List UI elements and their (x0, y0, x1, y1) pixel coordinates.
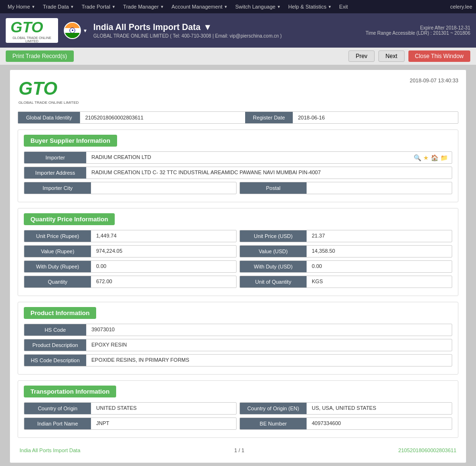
importer-city-label: Importer City (24, 182, 91, 194)
product-desc-row: Product Description EPOXY RESIN (24, 339, 452, 351)
home-icon[interactable]: 🏠 (431, 154, 438, 161)
star-icon[interactable]: ★ (423, 154, 429, 161)
quantity-value: 672.00 (91, 276, 236, 288)
identity-row: Global Data Identity 2105201806000280361… (18, 111, 458, 124)
logo: GTO GLOBAL TRADE ONLINE LIMITED (6, 18, 58, 43)
toolbar-left: Print Trade Record(s) (6, 50, 74, 62)
product-desc-label: Product Description (24, 339, 86, 351)
record-logo: GTO GLOBAL TRADE ONLINE LIMITED (18, 78, 79, 105)
close-button-top[interactable]: Close This Window (408, 50, 470, 62)
unit-price-usd-label: Unit Price (USD) (240, 230, 307, 242)
top-nav-user: celery.lee (450, 4, 472, 10)
footer-right-text: 21052018060002803611 (398, 447, 456, 453)
be-number-value: 4097334600 (307, 418, 452, 429)
buyer-supplier-section: Buyer Supplier Information Importer RADI… (18, 129, 458, 202)
product-header: Product Information (24, 307, 96, 319)
country-origin-label: Country of Origin (24, 403, 91, 414)
ldr-range: Time Range Accessible (LDR) : 201301 ~ 2… (366, 30, 470, 36)
hs-code-row: HS Code 39073010 (24, 324, 452, 336)
next-button-top[interactable]: Next (378, 50, 405, 62)
global-data-identity-value: 21052018060002803611 (80, 112, 245, 123)
hs-code-desc-row: HS Code Description EPOXIDE RESINS, IN P… (24, 354, 452, 367)
with-duty-rupee-label: With Duty (Rupee) (24, 261, 91, 272)
unit-price-usd-value: 21.37 (307, 230, 452, 242)
nav-switch-language[interactable]: Switch Language ▼ (231, 0, 284, 13)
transport-header: Transportation Information (24, 386, 116, 397)
country-origin-en-value: US, USA, UNITED STATES (307, 403, 452, 414)
nav-help-statistics[interactable]: Help & Statistics ▼ (285, 0, 336, 13)
product-desc-value: EPOXY RESIN (86, 339, 452, 351)
nav-account-management[interactable]: Account Management ▼ (168, 0, 231, 13)
main-content: GTO GLOBAL TRADE ONLINE LIMITED 2018-09-… (0, 65, 476, 466)
page-title: India All Ports Import Data ▼ (93, 22, 282, 32)
quantity-price-header: Quantity Price Information (24, 213, 115, 225)
top-toolbar: Print Trade Record(s) Prev Next Close Th… (0, 48, 476, 65)
svg-text:GTO: GTO (10, 19, 43, 36)
importer-value: RADIUM CREATION LTD (86, 152, 410, 163)
nav-trade-data[interactable]: Trade Data ▼ (39, 0, 78, 13)
contact-info: GLOBAL TRADE ONLINE LIMITED ( Tel: 400-7… (93, 33, 282, 39)
nav-trade-portal[interactable]: Trade Portal ▼ (78, 0, 119, 13)
indian-port-value: JNPT (91, 418, 236, 429)
with-duty-usd-value: 0.00 (307, 261, 452, 272)
record-timestamp: 2018-09-07 13:40:33 (410, 78, 458, 83)
importer-address-value: RADIUM CREATION LTD C- 32 TTC INDUSTRIAL… (86, 167, 452, 178)
india-flag (64, 22, 81, 39)
record-footer: India All Ports Import Data 1 / 1 210520… (18, 444, 458, 455)
header-right: Expire After 2018-12-31 Time Range Acces… (366, 25, 470, 36)
prev-button-top[interactable]: Prev (348, 50, 375, 62)
header-bar: GTO GLOBAL TRADE ONLINE LIMITED ▼ India (0, 13, 476, 48)
with-duty-usd-label: With Duty (USD) (240, 261, 307, 272)
flag-dropdown[interactable]: ▼ (83, 28, 88, 33)
search-icon[interactable]: 🔍 (414, 154, 421, 161)
toolbar-right: Prev Next Close This Window (348, 50, 470, 62)
country-origin-en-label: Country of Origin (EN) (240, 403, 307, 414)
postal-value (307, 182, 452, 194)
importer-label: Importer (24, 152, 86, 163)
value-usd-value: 14,358.50 (307, 246, 452, 257)
svg-text:GTO: GTO (19, 79, 58, 99)
briefcase-icon[interactable]: 📁 (440, 154, 448, 161)
importer-address-row: Importer Address RADIUM CREATION LTD C- … (24, 167, 452, 179)
unit-of-quantity-value: KGS (307, 276, 452, 288)
be-number-label: BE Number (240, 418, 307, 429)
product-section: Product Information HS Code 39073010 Pro… (18, 302, 458, 375)
title-area: India All Ports Import Data ▼ GLOBAL TRA… (93, 22, 282, 39)
importer-city-value (91, 182, 236, 194)
transport-section: Transportation Information Country of Or… (18, 380, 458, 438)
expire-date: Expire After 2018-12-31 (366, 25, 470, 30)
footer-center-text: 1 / 1 (234, 447, 244, 453)
hs-code-value: 39073010 (86, 324, 452, 336)
hs-code-desc-value: EPOXIDE RESINS, IN PRIMARY FORMS (86, 355, 452, 366)
nav-my-home[interactable]: My Home ▼ (4, 0, 39, 13)
value-rupee-value: 974,224.05 (91, 246, 236, 257)
record-header: GTO GLOBAL TRADE ONLINE LIMITED 2018-09-… (18, 78, 458, 105)
top-nav-left: My Home ▼ Trade Data ▼ Trade Portal ▼ Tr… (4, 0, 352, 13)
footer-left-text: India All Ports Import Data (20, 447, 80, 453)
unit-price-rupee-value: 1,449.74 (91, 230, 236, 242)
importer-icons: 🔍 ★ 🏠 📁 (410, 152, 452, 163)
postal-label: Postal (240, 182, 307, 194)
print-button-top[interactable]: Print Trade Record(s) (6, 50, 74, 62)
register-date-label: Register Date (245, 112, 293, 123)
quantity-price-section: Quantity Price Information Unit Price (R… (18, 208, 458, 296)
global-data-identity-label: Global Data Identity (18, 112, 80, 123)
register-date-value: 2018-06-16 (293, 112, 458, 123)
country-origin-value: UNITED STATES (91, 403, 236, 414)
logo-svg: GTO (10, 18, 52, 36)
flag-area: ▼ (64, 22, 88, 39)
record-card: GTO GLOBAL TRADE ONLINE LIMITED 2018-09-… (10, 69, 466, 463)
with-duty-rupee-value: 0.00 (91, 261, 236, 272)
nav-exit[interactable]: Exit (336, 0, 352, 13)
indian-port-label: Indian Port Name (24, 418, 91, 429)
importer-address-label: Importer Address (24, 167, 86, 178)
hs-code-label: HS Code (24, 324, 86, 336)
unit-of-quantity-label: Unit of Quantity (240, 276, 307, 288)
nav-trade-manager[interactable]: Trade Manager ▼ (119, 0, 168, 13)
value-rupee-label: Value (Rupee) (24, 246, 91, 257)
logo-sub: GLOBAL TRADE ONLINE LIMITED (10, 36, 54, 43)
value-usd-label: Value (USD) (240, 246, 307, 257)
header-left: GTO GLOBAL TRADE ONLINE LIMITED ▼ India (6, 18, 282, 43)
hs-code-desc-label: HS Code Description (24, 355, 86, 366)
buyer-supplier-header: Buyer Supplier Information (24, 135, 117, 147)
